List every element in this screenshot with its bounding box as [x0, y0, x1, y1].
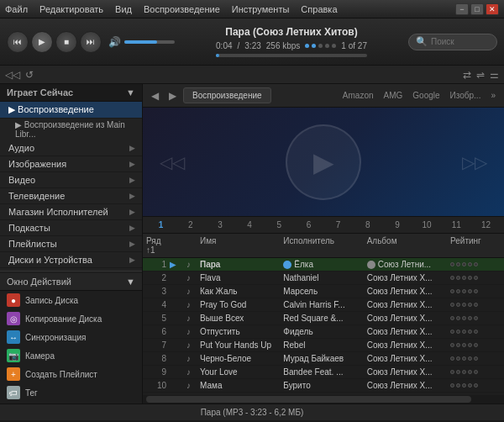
col-artist[interactable]: Исполнитель	[283, 236, 366, 255]
col-name[interactable]: Имя	[200, 236, 283, 255]
horizontal-scrollbar[interactable]	[143, 395, 504, 404]
sidebar: Играет Сейчас ▼ ▶ Воспроизведение ▶ Восп…	[0, 84, 143, 404]
title-bar: Файл Редактировать Вид Воспроизведение И…	[0, 0, 504, 18]
menu-file[interactable]: Файл	[5, 4, 28, 14]
playing-icon: ▶	[170, 340, 186, 350]
search-box[interactable]: 🔍	[408, 34, 497, 50]
num-4[interactable]: 4	[235, 220, 265, 229]
progress-bar[interactable]	[216, 54, 367, 57]
tab-amazon[interactable]: Amazon	[339, 89, 377, 102]
num-7[interactable]: 7	[323, 220, 353, 229]
sidebar-item-tv[interactable]: Телевидение ▶	[0, 188, 142, 204]
num-12[interactable]: 12	[471, 220, 501, 229]
col-album[interactable]: Альбом	[367, 236, 450, 255]
sidebar-item-audio[interactable]: Аудио ▶	[0, 140, 142, 156]
dot-1	[305, 44, 309, 48]
num-6[interactable]: 6	[294, 220, 323, 229]
track-row[interactable]: 5 ▶ ♪ Выше Всех Red Square &... Союз Лет…	[143, 312, 504, 325]
col-rating[interactable]: Рейтинг	[450, 236, 501, 255]
hscroll-thumb[interactable]	[146, 396, 471, 403]
track-album: Союз Летних Х...	[367, 327, 450, 336]
track-row[interactable]: 3 ▶ ♪ Как Жаль Марсель Союз Летних Х...	[143, 285, 504, 298]
num-2[interactable]: 2	[176, 220, 205, 229]
num-1[interactable]: 1	[146, 220, 176, 229]
action-copy[interactable]: ◎ Копирование Диска	[0, 309, 142, 328]
num-3[interactable]: 3	[205, 220, 234, 229]
action-sync[interactable]: ↔ Синхронизация	[0, 328, 142, 346]
track-row[interactable]: 2 ▶ ♪ Flava Nathaniel Союз Летних Х...	[143, 272, 504, 285]
track-type-icon: ♪	[186, 273, 200, 282]
track-album: Союз Летних Х...	[367, 273, 450, 282]
track-artist: Мурад Байкаев	[283, 354, 366, 363]
track-row[interactable]: 9 ▶ ♪ Your Love Bandee Feat. ... Союз Ле…	[143, 366, 504, 379]
track-row[interactable]: 4 ▶ ♪ Pray To God Calvin Harris F... Сою…	[143, 298, 504, 312]
sidebar-item-devices[interactable]: Диски и Устройства ▶	[0, 252, 142, 268]
sidebar-item-video[interactable]: Видео ▶	[0, 172, 142, 188]
track-rating	[450, 262, 501, 266]
sidebar-item-images[interactable]: Изображения ▶	[0, 156, 142, 172]
nav-back-button[interactable]: ◀	[148, 88, 162, 103]
track-row[interactable]: 1 ▶ ♪ Пара Ёлка Союз Летни...	[143, 258, 504, 272]
track-list[interactable]: 1 ▶ ♪ Пара Ёлка Союз Летни... 2 ▶ ♪	[143, 258, 504, 395]
num-5[interactable]: 5	[265, 220, 294, 229]
tab-amg[interactable]: AMG	[381, 89, 407, 102]
sidebar-item-playlists[interactable]: Плейлисты ▶	[0, 236, 142, 252]
volume-slider[interactable]	[124, 40, 175, 44]
action-playlist[interactable]: + Создать Плейлист	[0, 365, 142, 383]
sidebar-item-playback[interactable]: ▶ Воспроизведение	[0, 102, 142, 119]
menu-play[interactable]: Воспроизведение	[144, 4, 220, 14]
playing-icon: ▶	[170, 287, 186, 296]
rdot-5	[474, 289, 478, 293]
sidebar-item-store[interactable]: Магазин Исполнителей ▶	[0, 204, 142, 220]
prev-button[interactable]: ⏮	[7, 31, 29, 53]
arrow-devices: ▶	[129, 256, 135, 264]
refresh-icon[interactable]: ↺	[25, 69, 34, 81]
rewind-icon[interactable]: ◁◁	[5, 69, 20, 81]
menu-help[interactable]: Справка	[301, 4, 337, 14]
equalizer-icon[interactable]: ⚌	[490, 69, 499, 81]
track-row[interactable]: 10 ▶ ♪ Мама Бурито Союз Летних Х...	[143, 379, 504, 393]
num-8[interactable]: 8	[353, 220, 382, 229]
tab-google[interactable]: Google	[409, 89, 443, 102]
action-camera[interactable]: 📷 Камера	[0, 346, 142, 365]
minimize-button[interactable]: −	[455, 3, 469, 15]
repeat-icon[interactable]: ⇌	[476, 69, 485, 81]
track-album: Союз Летни...	[367, 260, 450, 269]
track-row[interactable]: 6 ▶ ♪ Отпустить Фидель Союз Летних Х...	[143, 325, 504, 339]
close-button[interactable]: ✕	[486, 3, 499, 15]
play-button[interactable]: ▶	[31, 31, 53, 53]
action-tag[interactable]: 🏷 Тег	[0, 383, 142, 402]
col-rownum[interactable]: Ряд ↑1	[146, 236, 170, 255]
tab-playback[interactable]: Воспроизведение	[183, 87, 271, 103]
num-9[interactable]: 9	[382, 220, 412, 229]
nav-fwd-button[interactable]: ▶	[165, 88, 180, 103]
next-button[interactable]: ⏭	[80, 31, 102, 53]
maximize-button[interactable]: □	[470, 3, 484, 15]
sidebar-item-podcasts[interactable]: Подкасты ▶	[0, 220, 142, 236]
tab-more[interactable]: »	[487, 89, 499, 102]
track-type-icon: ♪	[186, 354, 200, 363]
sidebar-header-arrow[interactable]: ▼	[126, 87, 135, 98]
num-10[interactable]: 10	[412, 220, 442, 229]
menu-edit[interactable]: Редактировать	[39, 4, 103, 14]
rdot-3	[462, 383, 466, 388]
rdot-1	[450, 262, 454, 266]
track-row[interactable]: 7 ▶ ♪ Put Your Hands Up Rebel Союз Летни…	[143, 339, 504, 352]
track-row[interactable]: 8 ▶ ♪ Черно-Белое Мурад Байкаев Союз Лет…	[143, 352, 504, 366]
sidebar-label-tv: Телевидение	[8, 191, 65, 201]
playing-icon: ▶	[170, 381, 186, 390]
sidebar-item-label: ▶ Воспроизведение	[8, 104, 94, 115]
actions-header[interactable]: Окно Действий ▼	[0, 273, 142, 291]
num-11[interactable]: 11	[442, 220, 471, 229]
menu-tools[interactable]: Инструменты	[232, 4, 290, 14]
sidebar-item-library[interactable]: ▶ Воспроизведение из Main Libr...	[0, 119, 142, 140]
track-album: Союз Летних Х...	[367, 381, 450, 390]
actions-panel: Окно Действий ▼ ● Запись Диска ◎ Копиров…	[0, 271, 142, 404]
action-burn[interactable]: ● Запись Диска	[0, 291, 142, 309]
search-input[interactable]	[431, 37, 490, 46]
stop-button[interactable]: ■	[55, 31, 77, 53]
menu-view[interactable]: Вид	[115, 4, 132, 14]
progress-area[interactable]	[216, 54, 367, 57]
tab-images[interactable]: Изобр...	[447, 89, 485, 102]
shuffle-icon[interactable]: ⇄	[463, 69, 471, 81]
